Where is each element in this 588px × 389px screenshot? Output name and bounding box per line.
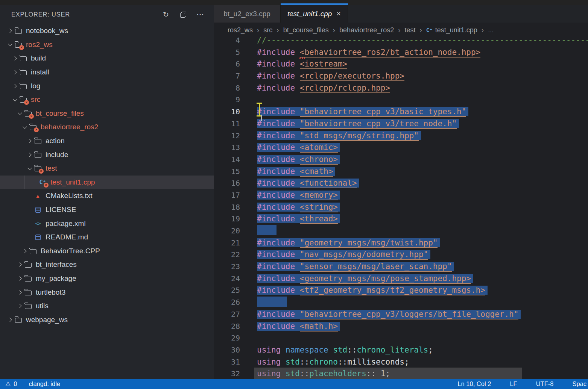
- code-line-22[interactable]: 22#include "nav_msgs/msg/odometry.hpp": [214, 249, 588, 261]
- code-line-25[interactable]: 25#include <tf2_geometry_msgs/tf2_geomet…: [214, 285, 588, 297]
- tree-item-ros2_ws[interactable]: ×ros2_ws: [0, 38, 214, 52]
- tree-item-bt_course_files[interactable]: ×bt_course_files: [0, 107, 214, 121]
- line-number: 32: [214, 368, 240, 379]
- chevron-right-icon: [16, 304, 24, 307]
- horizontal-scrollbar[interactable]: [254, 368, 522, 379]
- tree-item-utils[interactable]: utils: [0, 299, 214, 313]
- tree-item-include[interactable]: include: [0, 148, 214, 162]
- status-indentation[interactable]: Spac: [572, 380, 586, 387]
- tree-item-README.md[interactable]: README.md: [0, 230, 214, 244]
- breadcrumb-item-bt_course_files[interactable]: bt_course_files: [283, 26, 329, 34]
- selection-highlight: #include <tf2_geometry_msgs/tf2_geometry…: [257, 286, 488, 295]
- tree-item-build[interactable]: build: [0, 51, 214, 65]
- code-line-9[interactable]: 9: [214, 94, 588, 106]
- status-cursor-position[interactable]: Ln 10, Col 2: [457, 380, 491, 387]
- code-line-28[interactable]: 28#include <math.h>: [214, 321, 588, 333]
- line-number: 22: [214, 249, 240, 261]
- code-line-31[interactable]: 31using std::chrono::milliseconds;: [214, 356, 588, 368]
- breadcrumb-item-...[interactable]: ...: [488, 26, 494, 34]
- code-line-20[interactable]: 20: [214, 225, 588, 237]
- tab-bt_u2_ex3.cpp[interactable]: bt_u2_ex3.cpp: [214, 5, 281, 23]
- code-line-27[interactable]: 27#include "behaviortree_cpp_v3/loggers/…: [214, 309, 588, 321]
- close-icon[interactable]: ×: [336, 9, 341, 18]
- tree-item-log[interactable]: log: [0, 79, 214, 93]
- tree-item-test_unit1.cpp[interactable]: C⁺×test_unit1.cpp: [0, 176, 214, 189]
- tree-item-label: src: [31, 95, 40, 104]
- tree-item-label: install: [31, 68, 49, 76]
- tree-item-webpage_ws[interactable]: webpage_ws: [0, 313, 214, 327]
- code-line-18[interactable]: 18#include <string>: [214, 201, 588, 213]
- tree-item-behaviortree_ros2[interactable]: ×behaviortree_ros2: [0, 120, 214, 134]
- tree-item-CMakeLists.txt[interactable]: ▲CMakeLists.txt: [0, 189, 214, 203]
- breadcrumb-separator: ›: [333, 26, 335, 34]
- tree-item-my_package[interactable]: my_package: [0, 272, 214, 286]
- chevron-right-icon: [11, 71, 19, 74]
- tree-item-src[interactable]: ×src: [0, 93, 214, 107]
- line-number: 10: [214, 106, 240, 118]
- tree-item-label: test: [46, 164, 57, 173]
- code-line-21[interactable]: 21#include "geometry_msgs/msg/twist.hpp": [214, 237, 588, 249]
- selection-highlight: #include "behaviortree_cpp_v3/loggers/bt…: [257, 310, 521, 319]
- tree-item-package.xml[interactable]: <>package.xml: [0, 216, 214, 230]
- chevron-right-icon: [26, 139, 34, 142]
- code-line-30[interactable]: 30using namespace std::chrono_literals;: [214, 344, 588, 356]
- code-line-24[interactable]: 24#include <geometry_msgs/msg/pose_stamp…: [214, 273, 588, 285]
- selection-highlight: #include "behaviortree_cpp_v3/basic_type…: [257, 107, 468, 116]
- code-line-26[interactable]: 26: [214, 297, 588, 309]
- breadcrumb-item-test_unit1.cpp[interactable]: C⁺test_unit1.cpp: [426, 26, 477, 34]
- error-badge: ×: [29, 114, 34, 119]
- code-line-5[interactable]: 5#include <behaviortree_ros2/bt_action_n…: [214, 47, 588, 59]
- tree-item-test[interactable]: ×test: [0, 162, 214, 176]
- status-problems[interactable]: ⚠0: [5, 380, 17, 387]
- code-line-29[interactable]: 29: [214, 332, 588, 344]
- code-line-19[interactable]: 19#include <thread>: [214, 213, 588, 225]
- code-line-8[interactable]: 8#include <rclcpp/rclcpp.hpp>: [214, 82, 588, 94]
- refresh-icon[interactable]: ↻: [162, 11, 170, 19]
- book-file-icon: [34, 206, 42, 213]
- line-number: 5: [214, 47, 240, 59]
- line-number: 20: [214, 225, 240, 237]
- code-line-6[interactable]: 6#include <iostream>: [214, 58, 588, 70]
- status-eol[interactable]: LF: [510, 380, 517, 387]
- tree-item-install[interactable]: install: [0, 65, 214, 79]
- tree-item-label: build: [31, 54, 46, 62]
- tree-item-action[interactable]: action: [0, 134, 214, 148]
- status-clangd-status[interactable]: clangd: idle: [29, 380, 60, 387]
- tab-test_unit1.cpp[interactable]: test_unit1.cpp×: [281, 5, 348, 23]
- folder-icon: [34, 151, 42, 159]
- code-line-23[interactable]: 23#include "sensor_msgs/msg/laser_scan.h…: [214, 261, 588, 273]
- code-line-15[interactable]: 15#include <cmath>: [214, 166, 588, 178]
- chevron-right-icon: [6, 318, 14, 321]
- tree-item-LICENSE[interactable]: LICENSE: [0, 203, 214, 217]
- status-encoding[interactable]: UTF-8: [536, 380, 554, 387]
- explorer-sidebar: EXPLORER: USER ↻··· notebook_ws×ros2_wsb…: [0, 5, 214, 379]
- line-number: 29: [214, 332, 240, 344]
- tree-item-label: utils: [36, 302, 49, 310]
- code-line-10[interactable]: 10#include "behaviortree_cpp_v3/basic_ty…: [214, 106, 588, 118]
- code-line-11[interactable]: 11#include "behaviortree_cpp_v3/tree_nod…: [214, 118, 588, 130]
- breadcrumb-item-test[interactable]: test: [405, 26, 416, 34]
- code-line-17[interactable]: 17#include <memory>: [214, 189, 588, 201]
- tree-item-BehaviorTree.CPP[interactable]: BehaviorTree.CPP: [0, 244, 214, 258]
- code-line-14[interactable]: 14#include <chrono>: [214, 154, 588, 166]
- code-area[interactable]: 4//-------------------------------------…: [214, 35, 588, 379]
- line-number: 27: [214, 309, 240, 321]
- selection-highlight: #include <memory>: [257, 191, 340, 200]
- code-line-16[interactable]: 16#include <functional>: [214, 177, 588, 189]
- more-actions-icon[interactable]: ···: [196, 11, 205, 19]
- code-line-12[interactable]: 12#include "std_msgs/msg/string.hpp": [214, 130, 588, 142]
- tree-item-label: test_unit1.cpp: [50, 178, 95, 186]
- breadcrumb-item-ros2_ws[interactable]: ros2_ws: [228, 26, 253, 34]
- code-line-13[interactable]: 13#include <atomic>: [214, 142, 588, 154]
- status-bar: ⚠0clangd: idle Ln 10, Col 2LFUTF-8Spac: [0, 379, 588, 389]
- breadcrumb-item-src[interactable]: src: [263, 26, 272, 34]
- tree-item-bt_interfaces[interactable]: bt_interfaces: [0, 258, 214, 272]
- code-line-4[interactable]: 4//-------------------------------------…: [214, 35, 588, 47]
- explorer-actions: ↻···: [162, 11, 205, 19]
- tree-item-notebook_ws[interactable]: notebook_ws: [0, 24, 214, 38]
- collapse-folders-icon[interactable]: [179, 11, 187, 19]
- selection-highlight: #include <math.h>: [257, 322, 340, 331]
- tree-item-turtlebot3[interactable]: turtlebot3: [0, 285, 214, 299]
- code-line-7[interactable]: 7#include <rclcpp/executors.hpp>: [214, 70, 588, 82]
- breadcrumb-item-behaviortree_ros2[interactable]: behaviortree_ros2: [339, 26, 394, 34]
